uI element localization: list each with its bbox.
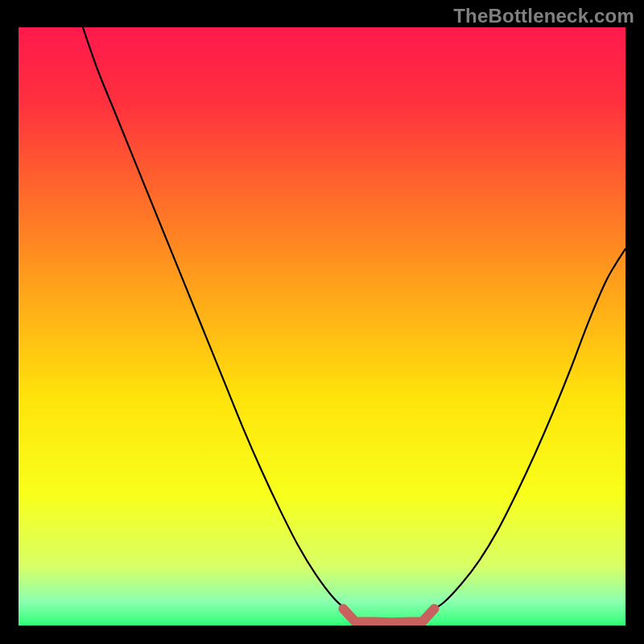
bottleneck-chart (19, 27, 625, 625)
gradient-background (19, 27, 625, 625)
plot-area (19, 27, 625, 625)
source-label: TheBottleneck.com (453, 5, 634, 27)
chart-frame: TheBottleneck.com (0, 0, 644, 644)
